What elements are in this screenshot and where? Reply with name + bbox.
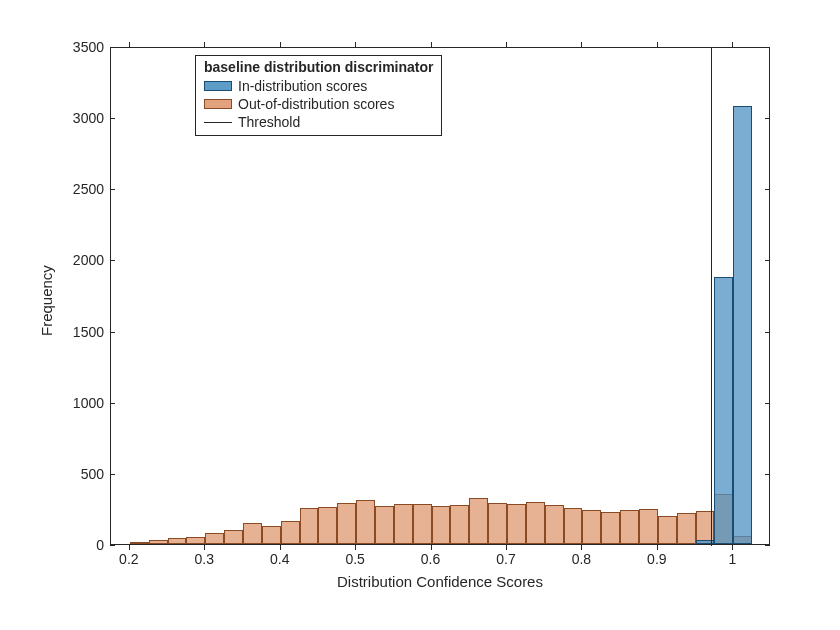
histogram-bar xyxy=(243,523,262,544)
x-tick xyxy=(506,545,507,550)
y-tick xyxy=(765,474,770,475)
histogram-bar xyxy=(733,106,752,544)
x-tick xyxy=(280,42,281,47)
histogram-bar xyxy=(658,516,677,544)
histogram-bar xyxy=(526,502,545,544)
y-tick-label: 1500 xyxy=(68,324,104,340)
x-tick xyxy=(732,42,733,47)
histogram-bar xyxy=(620,510,639,544)
y-tick xyxy=(765,332,770,333)
y-tick-label: 1000 xyxy=(68,395,104,411)
legend-label: Threshold xyxy=(238,113,300,131)
y-tick-label: 3500 xyxy=(68,39,104,55)
y-tick xyxy=(765,118,770,119)
y-tick xyxy=(110,403,115,404)
x-tick-label: 0.6 xyxy=(421,551,440,567)
histogram-bar xyxy=(205,533,224,544)
legend-swatch-threshold xyxy=(204,122,232,123)
legend-title: baseline distribution discriminator xyxy=(204,58,433,77)
x-tick-label: 0.7 xyxy=(496,551,515,567)
histogram-bar xyxy=(281,521,300,544)
y-tick xyxy=(110,332,115,333)
y-tick-label: 2500 xyxy=(68,181,104,197)
histogram-bar xyxy=(564,508,583,544)
y-tick xyxy=(110,474,115,475)
x-tick xyxy=(581,42,582,47)
x-tick xyxy=(280,545,281,550)
legend-swatch-in xyxy=(204,81,232,91)
legend-swatch-out xyxy=(204,99,232,109)
legend-entry-in: In-distribution scores xyxy=(204,77,433,95)
x-tick xyxy=(657,42,658,47)
histogram-bar xyxy=(356,500,375,544)
legend: baseline distribution discriminator In-d… xyxy=(195,55,442,136)
y-tick xyxy=(110,545,115,546)
x-tick-label: 0.5 xyxy=(345,551,364,567)
histogram-bar xyxy=(601,512,620,544)
x-tick xyxy=(204,545,205,550)
histogram-bar xyxy=(469,498,488,544)
y-tick xyxy=(765,545,770,546)
histogram-bar xyxy=(639,509,658,544)
x-tick xyxy=(129,545,130,550)
histogram-bar xyxy=(224,530,243,544)
histogram-bar xyxy=(413,504,432,544)
legend-entry-out: Out-of-distribution scores xyxy=(204,95,433,113)
histogram-bar xyxy=(582,510,601,544)
x-axis-label: Distribution Confidence Scores xyxy=(110,573,770,590)
x-tick-label: 0.9 xyxy=(647,551,666,567)
histogram-bar xyxy=(545,505,564,544)
threshold-line xyxy=(711,48,712,546)
histogram-bar xyxy=(488,503,507,544)
x-tick xyxy=(431,42,432,47)
x-tick-label: 1 xyxy=(728,551,736,567)
y-tick xyxy=(765,260,770,261)
legend-label: Out-of-distribution scores xyxy=(238,95,394,113)
legend-label: In-distribution scores xyxy=(238,77,367,95)
x-tick xyxy=(204,42,205,47)
x-tick xyxy=(657,545,658,550)
y-tick xyxy=(110,189,115,190)
histogram-bar xyxy=(450,505,469,544)
x-tick-label: 0.4 xyxy=(270,551,289,567)
x-tick xyxy=(355,42,356,47)
histogram-bar xyxy=(507,504,526,544)
x-tick xyxy=(732,545,733,550)
histogram-bar xyxy=(300,508,319,544)
y-tick-label: 500 xyxy=(76,466,104,482)
histogram-bar xyxy=(337,503,356,544)
histogram-bar xyxy=(168,538,187,544)
y-tick xyxy=(110,118,115,119)
histogram-bar xyxy=(186,537,205,544)
y-tick xyxy=(765,189,770,190)
legend-entry-threshold: Threshold xyxy=(204,113,433,131)
histogram-bar xyxy=(318,507,337,544)
y-tick-label: 2000 xyxy=(68,252,104,268)
x-tick-label: 0.2 xyxy=(119,551,138,567)
y-axis-label: Frequency xyxy=(38,265,55,336)
y-tick-label: 3000 xyxy=(68,110,104,126)
histogram-bar xyxy=(394,504,413,544)
x-tick xyxy=(355,545,356,550)
histogram-bar xyxy=(714,277,733,544)
x-tick xyxy=(129,42,130,47)
x-tick xyxy=(506,42,507,47)
x-tick-label: 0.3 xyxy=(195,551,214,567)
histogram-bar xyxy=(677,513,696,544)
y-tick xyxy=(765,47,770,48)
y-tick xyxy=(765,403,770,404)
histogram-bar xyxy=(375,506,394,544)
x-tick-label: 0.8 xyxy=(572,551,591,567)
x-tick xyxy=(581,545,582,550)
histogram-bar xyxy=(130,542,149,544)
x-tick xyxy=(431,545,432,550)
y-tick xyxy=(110,260,115,261)
histogram-bar xyxy=(262,526,281,544)
histogram-bar xyxy=(432,506,451,544)
y-tick xyxy=(110,47,115,48)
y-tick-label: 0 xyxy=(92,537,104,553)
histogram-bar xyxy=(149,540,168,544)
